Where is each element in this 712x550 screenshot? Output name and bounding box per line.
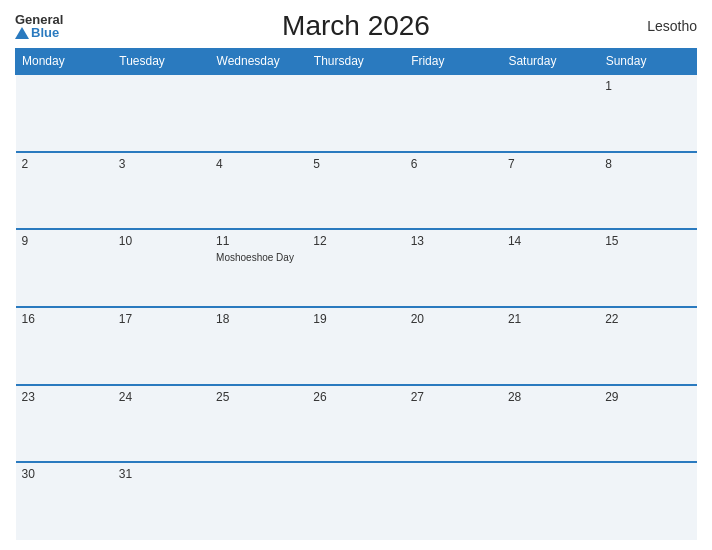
country-label: Lesotho (647, 18, 697, 34)
calendar-day-cell: 25 (210, 385, 307, 463)
calendar-day-cell (16, 74, 113, 152)
calendar-day-cell (502, 462, 599, 540)
calendar-week-row: 2345678 (16, 152, 697, 230)
calendar-day-cell (307, 74, 404, 152)
day-number: 30 (22, 467, 107, 481)
day-number: 6 (411, 157, 496, 171)
calendar-header-row: MondayTuesdayWednesdayThursdayFridaySatu… (16, 49, 697, 75)
calendar-day-cell: 10 (113, 229, 210, 307)
calendar-day-cell (113, 74, 210, 152)
day-number: 29 (605, 390, 690, 404)
day-number: 22 (605, 312, 690, 326)
calendar-day-cell (405, 74, 502, 152)
day-number: 27 (411, 390, 496, 404)
calendar-body: 1234567891011Moshoeshoe Day1213141516171… (16, 74, 697, 540)
calendar-day-cell: 15 (599, 229, 696, 307)
day-number: 18 (216, 312, 301, 326)
day-number: 8 (605, 157, 690, 171)
calendar-day-cell: 7 (502, 152, 599, 230)
day-number: 12 (313, 234, 398, 248)
calendar-day-cell: 26 (307, 385, 404, 463)
day-number: 19 (313, 312, 398, 326)
day-number: 20 (411, 312, 496, 326)
day-number: 24 (119, 390, 204, 404)
day-number: 23 (22, 390, 107, 404)
calendar-day-cell: 8 (599, 152, 696, 230)
day-number: 3 (119, 157, 204, 171)
day-number: 16 (22, 312, 107, 326)
day-number: 10 (119, 234, 204, 248)
day-number: 28 (508, 390, 593, 404)
calendar-day-cell: 18 (210, 307, 307, 385)
holiday-label: Moshoeshoe Day (216, 252, 294, 263)
calendar-day-cell: 28 (502, 385, 599, 463)
calendar-day-cell (210, 74, 307, 152)
calendar-day-cell: 20 (405, 307, 502, 385)
calendar-day-cell (599, 462, 696, 540)
day-number: 15 (605, 234, 690, 248)
calendar-week-row: 23242526272829 (16, 385, 697, 463)
calendar-day-cell: 3 (113, 152, 210, 230)
weekday-header-cell: Saturday (502, 49, 599, 75)
day-number: 26 (313, 390, 398, 404)
calendar-day-cell: 4 (210, 152, 307, 230)
day-number: 5 (313, 157, 398, 171)
calendar-day-cell (502, 74, 599, 152)
calendar-day-cell (210, 462, 307, 540)
calendar-day-cell: 23 (16, 385, 113, 463)
calendar-day-cell: 22 (599, 307, 696, 385)
calendar-day-cell: 11Moshoeshoe Day (210, 229, 307, 307)
calendar-day-cell: 12 (307, 229, 404, 307)
calendar-day-cell: 14 (502, 229, 599, 307)
day-number: 14 (508, 234, 593, 248)
weekday-header-cell: Friday (405, 49, 502, 75)
weekday-header-cell: Wednesday (210, 49, 307, 75)
calendar-week-row: 1 (16, 74, 697, 152)
calendar-day-cell: 17 (113, 307, 210, 385)
calendar-day-cell (405, 462, 502, 540)
day-number: 11 (216, 234, 301, 248)
calendar-header: General Blue March 2026 Lesotho (15, 10, 697, 42)
calendar-day-cell: 31 (113, 462, 210, 540)
weekday-header-cell: Tuesday (113, 49, 210, 75)
calendar-day-cell: 1 (599, 74, 696, 152)
calendar-week-row: 91011Moshoeshoe Day12131415 (16, 229, 697, 307)
day-number: 4 (216, 157, 301, 171)
weekday-header-cell: Sunday (599, 49, 696, 75)
calendar-day-cell: 30 (16, 462, 113, 540)
day-number: 13 (411, 234, 496, 248)
calendar-week-row: 3031 (16, 462, 697, 540)
calendar-day-cell: 19 (307, 307, 404, 385)
logo-triangle-icon (15, 27, 29, 39)
day-number: 17 (119, 312, 204, 326)
day-number: 2 (22, 157, 107, 171)
calendar-day-cell: 5 (307, 152, 404, 230)
calendar-week-row: 16171819202122 (16, 307, 697, 385)
logo-blue-text: Blue (15, 26, 63, 39)
calendar-day-cell: 16 (16, 307, 113, 385)
day-number: 7 (508, 157, 593, 171)
day-number: 21 (508, 312, 593, 326)
calendar-day-cell (307, 462, 404, 540)
calendar-day-cell: 27 (405, 385, 502, 463)
weekday-header-cell: Monday (16, 49, 113, 75)
calendar-day-cell: 24 (113, 385, 210, 463)
calendar-day-cell: 2 (16, 152, 113, 230)
calendar-day-cell: 6 (405, 152, 502, 230)
weekday-header: MondayTuesdayWednesdayThursdayFridaySatu… (16, 49, 697, 75)
day-number: 31 (119, 467, 204, 481)
day-number: 1 (605, 79, 690, 93)
calendar-table: MondayTuesdayWednesdayThursdayFridaySatu… (15, 48, 697, 540)
calendar-day-cell: 9 (16, 229, 113, 307)
day-number: 25 (216, 390, 301, 404)
calendar-day-cell: 21 (502, 307, 599, 385)
weekday-header-cell: Thursday (307, 49, 404, 75)
day-number: 9 (22, 234, 107, 248)
page-title: March 2026 (282, 10, 430, 42)
calendar-day-cell: 29 (599, 385, 696, 463)
logo: General Blue (15, 13, 63, 39)
calendar-day-cell: 13 (405, 229, 502, 307)
